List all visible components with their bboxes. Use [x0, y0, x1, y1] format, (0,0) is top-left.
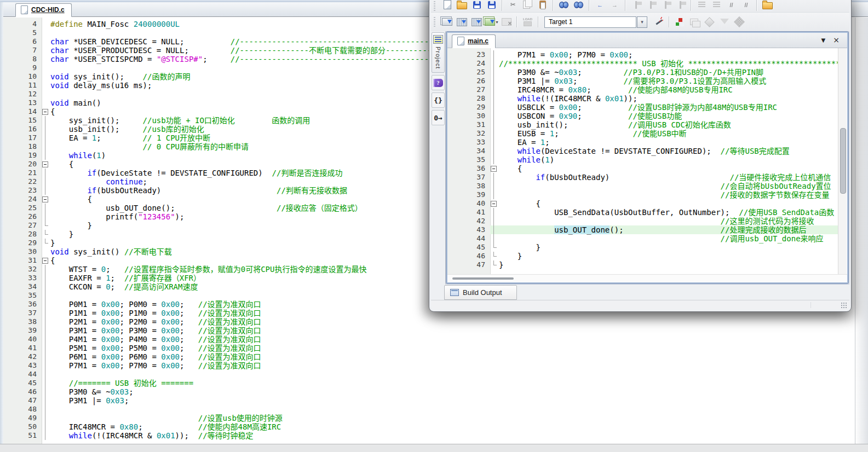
code-line[interactable]: 46 P3M0 &= ~0x03;	[3, 387, 855, 396]
vertical-scrollbar-thumb[interactable]	[840, 128, 846, 194]
code-line[interactable]: 36 {	[447, 164, 838, 173]
paste-icon	[539, 1, 546, 9]
code-line[interactable]: 41 USB_SendData(UsbOutBuffer, OutNumber)…	[447, 208, 838, 217]
paste-button[interactable]	[536, 0, 549, 11]
indent-button[interactable]	[695, 0, 709, 11]
download-button[interactable]: LOAD	[521, 16, 534, 28]
code-line[interactable]: 33 EA = 1;	[447, 138, 838, 147]
doc-menu-button[interactable]: ▼	[821, 37, 826, 43]
left-vertical-scrollbar[interactable]	[855, 18, 868, 444]
fold-marker[interactable]	[42, 160, 49, 169]
code-line[interactable]: 48	[3, 405, 855, 414]
code-line[interactable]: 42 P6M1 = 0x00; P6M0 = 0x00; //设置为准双向口	[3, 352, 855, 361]
code-line[interactable]: 32 EUSB = 1; //使能USB中断	[447, 129, 838, 138]
fold-marker[interactable]	[490, 199, 498, 208]
bookmark-prev-button[interactable]	[644, 0, 658, 11]
code-line[interactable]: 45 //======= USB 初始化 =======	[3, 379, 855, 387]
stop-build-button[interactable]	[499, 16, 513, 28]
tab-main-c[interactable]: main.c	[452, 34, 496, 48]
uncomment-selection-button[interactable]: //	[739, 0, 753, 11]
code-line[interactable]: 38 P2M1 = 0x00; P2M0 = 0x00; //设置为准双向口	[3, 317, 855, 326]
cut-button[interactable]: ✂	[506, 0, 520, 11]
code-line[interactable]: 51 while(!(IRC48MCR & 0x01)); //等待时钟稳定	[3, 431, 855, 440]
resize-grip[interactable]	[841, 302, 847, 308]
code-line[interactable]: 43 P7M1 = 0x00; P7M0 = 0x00; //设置为准双向口	[3, 361, 855, 370]
code-line[interactable]: 44 //调用usb_OUT_done来响应	[447, 234, 838, 243]
save-all-button[interactable]	[485, 0, 498, 11]
code-line[interactable]: 27 IRC48MCR = 0x80; //使能内部48M的USB专用IRC	[447, 85, 838, 94]
bookmark-clear-button[interactable]	[674, 0, 687, 11]
manage-run-time-environment-button[interactable]	[673, 16, 687, 28]
code-line[interactable]: 40 {	[447, 199, 838, 208]
code-line[interactable]: 26 P3M1 |= 0x03; //需要将P3.0/P3.1设置为高阻输入模式	[447, 77, 838, 85]
functions-tab[interactable]: {}	[432, 92, 445, 108]
configure-button[interactable]	[761, 0, 774, 11]
code-line[interactable]: 42 //这里的测试代码为将接收	[447, 217, 838, 225]
find-in-files-button[interactable]	[572, 0, 585, 11]
left-horizontal-scrollbar[interactable]	[0, 444, 868, 452]
horizontal-scrollbar[interactable]	[447, 274, 847, 282]
templates-tab[interactable]: 0→	[432, 110, 445, 125]
code-line[interactable]: 46 }	[447, 252, 838, 260]
code-line[interactable]: 35 while(1)	[447, 155, 838, 164]
code-line[interactable]: 29 USBCLK = 0x00; //设置USB时钟源为内部48M的USB专用…	[447, 103, 838, 112]
save-file-button[interactable]	[470, 0, 484, 11]
code-line[interactable]: 40 P4M1 = 0x00; P4M0 = 0x00; //设置为准双向口	[3, 335, 855, 344]
batch-build-button[interactable]: ▾	[485, 16, 498, 28]
books-tab[interactable]: ?	[432, 75, 445, 90]
bookmark-next-button[interactable]	[659, 0, 672, 11]
build-target-button[interactable]	[455, 16, 469, 28]
code-line[interactable]: 45 }	[447, 243, 838, 252]
project-windows-button[interactable]	[688, 16, 702, 28]
new-file-button[interactable]	[440, 0, 454, 11]
fold-marker[interactable]	[42, 107, 49, 116]
translate-file-button[interactable]	[440, 16, 454, 28]
code-line[interactable]: 38 //会自动将bUsbOutReady置位	[447, 182, 838, 190]
fold-marker[interactable]	[42, 256, 49, 265]
pack-installer-button[interactable]	[717, 16, 731, 28]
code-line[interactable]: 44	[3, 370, 855, 379]
bookmark-toggle-button[interactable]	[629, 0, 643, 11]
vertical-scrollbar[interactable]	[838, 48, 847, 274]
code-line[interactable]: 50 IRC48MCR = 0x80; //使能内部48M高速IRC	[3, 422, 855, 431]
code-line[interactable]: 39 //接收的数据字节数保存在变量	[447, 190, 838, 199]
rebuild-all-button[interactable]	[470, 16, 484, 28]
code-line[interactable]: 49 //设置usb使用的时钟源	[3, 414, 855, 422]
code-line[interactable]: 24//**************************** USB 初始化…	[447, 59, 838, 68]
code-line[interactable]: 25 P3M0 &= ~0x03; //P3.0/P3.1和USB的D-/D+共…	[447, 68, 838, 77]
project-tab[interactable]: Project	[432, 32, 445, 73]
find-button[interactable]	[557, 0, 571, 11]
fold-marker[interactable]	[42, 195, 49, 204]
copy-button[interactable]	[521, 0, 534, 11]
redo-button[interactable]: →	[608, 0, 622, 11]
code-line[interactable]: 43 usb_OUT_done(); //处理完成接收的数据后	[447, 225, 838, 234]
outdent-button[interactable]	[710, 0, 723, 11]
code-text: }	[49, 221, 92, 230]
code-line[interactable]: 47}	[447, 260, 838, 269]
manage-components-button[interactable]	[732, 16, 746, 28]
code-editor-main-c[interactable]: 23 P7M1 = 0x00; P7M0 = 0x00;24//********…	[447, 48, 838, 274]
target-select-dropdown[interactable]: ▾	[637, 16, 647, 28]
code-line[interactable]: 37 if(bUsbOutReady) //当硬件接收完成上位机通信	[447, 173, 838, 182]
tab-cdc-hid-c[interactable]: CDC-HID.c	[15, 3, 72, 17]
open-file-button[interactable]	[455, 0, 469, 11]
comment-selection-button[interactable]: //	[725, 0, 738, 11]
fold-marker[interactable]	[490, 164, 498, 173]
build-output-tab[interactable]: Build Output	[444, 285, 517, 300]
target-select[interactable]: Target 1	[544, 16, 636, 28]
doc-close-button[interactable]: ×	[833, 37, 840, 43]
undo-button[interactable]: ←	[593, 0, 607, 11]
code-line[interactable]: 30 USBCON = 0x90; //使能USB功能	[447, 112, 838, 120]
code-line[interactable]: 28 while(!(IRC48MCR & 0x01));	[447, 94, 838, 103]
select-software-packs-button[interactable]	[703, 16, 716, 28]
code-line[interactable]: 47 P3M1 |= 0x03;	[3, 396, 855, 405]
code-line[interactable]: 31 usb_init(); //调用USB CDC初始化库函数	[447, 120, 838, 129]
code-line[interactable]: 34 while(DeviceState != DEVSTATE_CONFIGU…	[447, 147, 838, 155]
code-line[interactable]: 23 P7M1 = 0x00; P7M0 = 0x00;	[447, 50, 838, 59]
options-for-target-button[interactable]	[652, 16, 665, 28]
fold-marker	[42, 282, 49, 291]
code-line[interactable]: 41 P5M1 = 0x00; P5M0 = 0x00; //设置为准双向口	[3, 344, 855, 352]
code-line[interactable]: 39 P3M1 = 0x00; P3M0 = 0x00; //设置为准双向口	[3, 326, 855, 335]
horizontal-scrollbar-thumb[interactable]	[452, 277, 514, 280]
document-child-window: main.c ▼ × 23 P7M1 = 0x00; P7M0 = 0x00;2…	[446, 32, 848, 283]
